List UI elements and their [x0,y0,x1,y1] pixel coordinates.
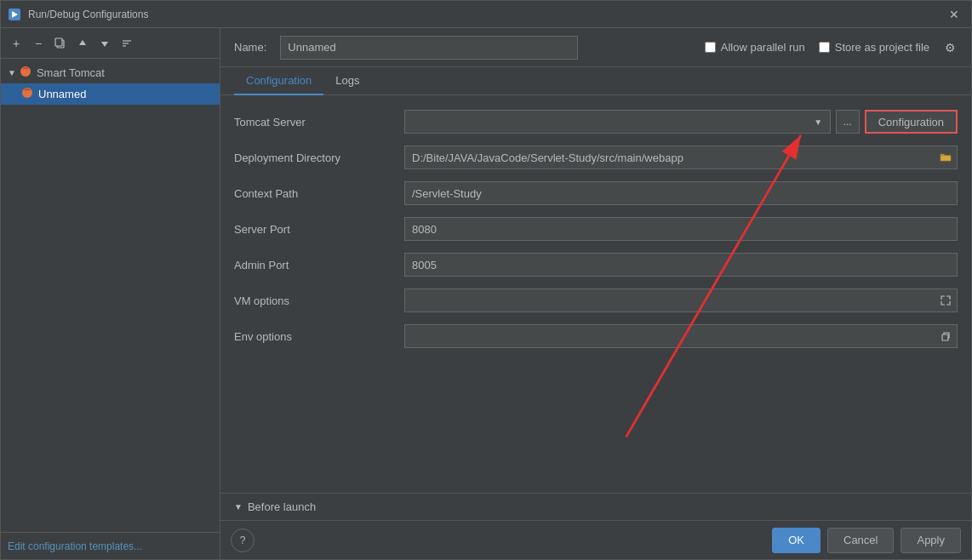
vm-options-field [404,289,958,312]
collapse-arrow-icon: ▼ [8,68,16,77]
before-launch-arrow-icon: ▼ [234,502,243,511]
dialog-icon [8,8,21,21]
cancel-button[interactable]: Cancel [827,528,894,553]
admin-port-input[interactable] [404,253,958,277]
unnamed-config-label: Unnamed [38,88,86,100]
svg-rect-12 [942,334,948,340]
sort-button[interactable] [117,33,137,54]
sidebar: + − [1,28,220,559]
form-area: Tomcat Server ▼ ... Configuration [220,95,971,493]
allow-parallel-label: Allow parallel run [721,41,805,54]
tomcat-container: ▼ ... Configuration [404,110,958,134]
before-launch-section: ▼ Before launch [220,493,971,520]
store-as-project-option[interactable]: Store as project file [819,41,929,54]
server-port-row: Server Port [234,216,958,242]
move-up-button[interactable] [72,33,93,54]
help-icon: ? [240,534,246,546]
tomcat-server-field: ▼ ... Configuration [404,110,958,134]
context-path-input[interactable] [404,181,958,205]
vm-options-row: VM options [234,288,958,313]
sidebar-toolbar: + − [1,28,220,59]
before-launch-header[interactable]: ▼ Before launch [234,500,958,513]
tabs-bar: Configuration Logs [220,67,971,95]
right-panel: Name: Allow parallel run Store as projec… [220,28,971,559]
vm-options-wrapper [404,289,958,312]
copy-icon[interactable] [934,324,958,348]
add-button[interactable]: + [6,33,26,54]
server-port-input[interactable] [404,217,958,241]
context-path-field [404,181,958,205]
env-options-wrapper [404,324,958,348]
ellipsis-button[interactable]: ... [836,110,860,134]
server-port-label: Server Port [234,223,404,236]
deployment-directory-input[interactable] [404,146,934,169]
svg-rect-3 [55,38,62,46]
gear-button[interactable]: ⚙ [943,39,958,56]
sidebar-footer: Edit configuration templates... [1,532,220,559]
tomcat-server-input[interactable] [404,110,807,134]
smart-tomcat-group-icon [20,66,31,80]
context-path-row: Context Path [234,180,958,206]
deployment-directory-field [404,146,958,169]
vm-options-label: VM options [234,294,404,307]
remove-button[interactable]: − [28,33,49,54]
deploy-input-wrapper [404,146,958,169]
copy-config-button[interactable] [50,33,71,54]
env-options-row: Env options [234,323,958,349]
context-path-label: Context Path [234,187,404,200]
move-down-button[interactable] [94,33,115,54]
admin-port-row: Admin Port [234,252,958,277]
name-label: Name: [234,41,266,54]
expand-icon[interactable] [934,289,958,312]
run-debug-configurations-dialog: Run/Debug Configurations ✕ + − [0,0,972,560]
env-options-label: Env options [234,330,404,343]
tab-logs[interactable]: Logs [323,67,371,95]
tomcat-server-row: Tomcat Server ▼ ... Configuration [234,109,958,134]
title-bar: Run/Debug Configurations ✕ [1,1,971,28]
tree-group-smart-tomcat: ▼ Smart Tomcat [1,62,220,105]
apply-button[interactable]: Apply [901,528,961,553]
folder-icon[interactable] [934,146,958,169]
main-content: + − [1,28,971,559]
ok-button[interactable]: OK [772,528,820,553]
deployment-directory-row: Deployment Directory [234,145,958,170]
bottom-bar: ? OK Cancel Apply [220,520,971,559]
allow-parallel-checkbox[interactable] [705,42,716,53]
smart-tomcat-group-label: Smart Tomcat [37,66,105,79]
env-options-field [404,324,958,348]
admin-port-field [404,253,958,277]
svg-marker-4 [79,40,86,45]
tab-configuration[interactable]: Configuration [234,67,323,95]
svg-marker-5 [101,42,108,47]
tree-group-header[interactable]: ▼ Smart Tomcat [1,62,220,83]
tomcat-server-label: Tomcat Server [234,116,404,129]
top-bar: Name: Allow parallel run Store as projec… [220,28,971,67]
admin-port-label: Admin Port [234,259,404,271]
unnamed-config-icon [21,87,33,101]
vm-options-input[interactable] [404,289,934,312]
before-launch-label: Before launch [248,500,316,513]
dialog-title: Run/Debug Configurations [28,9,944,20]
deployment-directory-label: Deployment Directory [234,151,404,164]
configuration-button[interactable]: Configuration [865,110,958,134]
store-as-project-label: Store as project file [835,41,929,54]
top-bar-options: Allow parallel run Store as project file… [705,39,958,56]
dropdown-arrow-icon[interactable]: ▼ [807,110,831,134]
store-as-project-checkbox[interactable] [819,42,830,53]
tree-item-unnamed[interactable]: Unnamed [1,83,220,105]
help-button[interactable]: ? [231,529,254,552]
edit-templates-link[interactable]: Edit configuration templates... [8,540,142,552]
env-options-input[interactable] [404,324,934,348]
allow-parallel-option[interactable]: Allow parallel run [705,41,805,54]
name-input[interactable] [280,36,578,60]
close-button[interactable]: ✕ [944,4,964,25]
sidebar-tree: ▼ Smart Tomcat [1,59,220,532]
server-port-field [404,217,958,241]
svg-rect-11 [941,156,951,161]
